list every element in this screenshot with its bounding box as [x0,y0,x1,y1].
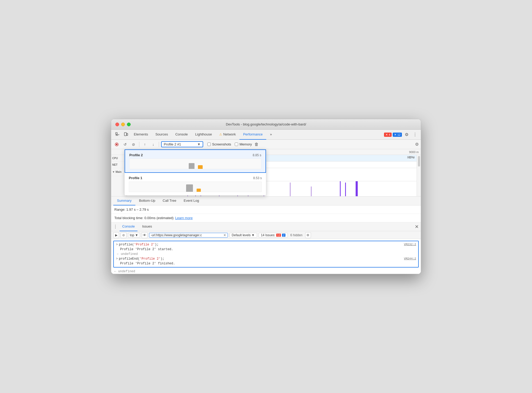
console-settings-button[interactable]: ⚙ [305,232,311,238]
titlebar: DevTools - blog.google/technology/ai/cod… [111,119,421,130]
tab-lighthouse[interactable]: Lighthouse [192,130,216,140]
issues-info-count: 2 [282,234,285,237]
tab-call-tree[interactable]: Call Tree [159,196,180,205]
profile-dropdown[interactable]: Profile 2 #1 ▼ [161,141,203,147]
dropdown-chevron-icon: ▼ [135,233,138,237]
console-arrow-1: > [116,243,118,246]
dropdown-arrow-icon: ▼ [197,142,201,146]
reload-record-button[interactable]: ↺ [122,141,129,148]
checkbox-group: Screenshots Memory [207,142,252,146]
tab-console[interactable]: Console [172,130,192,140]
console-undefined-1: ← undefined [116,252,416,256]
settings-icon[interactable]: ⚙ [403,131,410,138]
levels-chevron-icon: ▼ [252,233,255,237]
performance-settings-icon[interactable]: ⚙ [415,142,419,147]
clear-button[interactable]: ⊘ [130,141,137,148]
tabs-right-area: ✕ 4 ✕ 12 ⚙ ⋮ [384,131,419,138]
separator-1 [139,142,139,147]
console-link-1[interactable]: VM232:2 [404,243,416,246]
devtools-window: DevTools - blog.google/technology/ai/cod… [111,119,421,274]
net-right-label: 800 m [407,156,415,159]
tab-bottom-up[interactable]: Bottom-Up [135,196,159,205]
console-link-2[interactable]: VM244:2 [404,257,416,260]
record-button[interactable] [113,141,120,148]
clear-console-button[interactable]: ⊘ [121,232,126,238]
bottom-tabs-bar: Summary Bottom-Up Call Tree Event Log [111,196,421,205]
profile2-option[interactable]: Profile 2 8.85 s [125,149,266,173]
error-badge[interactable]: ✕ 4 [384,133,392,137]
purple-bar-12 [356,181,358,196]
filter-input[interactable]: -url:https://www.googletagmanager.c ✕ [149,233,228,238]
range-info: Range: 1.97 s – 2.79 s [111,205,421,214]
purple-bar-9 [311,187,311,196]
download-button[interactable]: ↓ [150,141,157,148]
performance-toolbar: ↺ ⊘ ↑ ↓ Profile 2 #1 ▼ Screenshots Memor… [111,140,421,149]
main-tabs-bar: Elements Sources Console Lighthouse ⚠ Ne… [111,130,421,140]
purple-bar-11 [345,183,346,196]
close-console-icon[interactable]: ✕ [415,224,419,229]
upload-button[interactable]: ↑ [141,141,148,148]
console-group-profile2: > profile('Profile 2'); VM232:2 Profile … [113,241,419,268]
screenshots-checkbox[interactable]: Screenshots [207,142,231,146]
window-title: DevTools - blog.google/technology/ai/cod… [226,122,306,126]
svg-rect-3 [124,133,126,136]
console-line-2: Profile 'Profile 2' started. [116,247,416,252]
profile1-chart [129,182,262,192]
issues-error-count: 12 [276,234,281,237]
blocking-info: Total blocking time: 0.00ms (estimated) … [111,214,421,222]
console-tab-console[interactable]: Console [120,222,137,231]
filter-clear-icon[interactable]: ✕ [223,233,226,237]
warn-icon: ⚠ [219,133,222,136]
close-button[interactable] [115,123,119,126]
profile1-option[interactable]: Profile 1 8.53 s [125,173,266,195]
eye-icon: 👁 [143,233,146,237]
issues-count-badge[interactable]: 14 Issues: 12 2 [259,233,288,238]
tab-event-log[interactable]: Event Log [180,196,203,205]
console-line-4: > profileEnd('Profile 2'); VM244:2 [116,256,416,261]
console-output: > profile('Profile 2'); VM232:2 Profile … [111,241,421,274]
purple-bar-10 [340,181,341,196]
learn-more-link[interactable]: Learn more [175,216,192,220]
hidden-count-label: 6 hidden [290,233,303,237]
info-badge[interactable]: ✕ 12 [393,133,402,137]
maximize-button[interactable] [127,123,131,126]
more-options-icon[interactable]: ⋮ [411,131,419,138]
purple-bar-8 [290,183,290,196]
tab-summary[interactable]: Summary [113,196,135,205]
tab-sources[interactable]: Sources [152,130,172,140]
separator-2 [159,142,159,147]
tab-more[interactable]: » [266,130,275,140]
tab-performance[interactable]: Performance [239,130,266,140]
tab-network[interactable]: ⚠ Network [216,130,239,140]
console-line-5: Profile 'Profile 2' finished. [116,261,416,266]
console-tab-issues[interactable]: Issues [140,222,155,231]
memory-checkbox[interactable]: Memory [235,142,252,146]
console-section: ⋮ Console Issues ✕ ▶ ⊘ top ▼ 👁 [111,222,421,274]
traffic-lights [115,123,131,126]
inspector-icon[interactable] [113,130,122,140]
console-line-1: > profile('Profile 2'); VM232:2 [116,242,416,247]
tab-elements[interactable]: Elements [130,130,152,140]
scrollbar-thumb[interactable] [418,156,420,167]
levels-dropdown[interactable]: Default levels ▼ [229,233,257,238]
trash-icon[interactable]: 🗑 [254,142,259,147]
svg-point-6 [116,144,117,145]
svg-rect-0 [116,133,117,134]
console-toolbar: ▶ ⊘ top ▼ 👁 -url:https://www.googletagma… [111,231,421,239]
sidebar-toggle-button[interactable]: ▶ [113,232,119,238]
profile2-chart [129,159,261,169]
eye-button[interactable]: 👁 [142,232,147,238]
console-undefined-outer: ← undefined [111,269,421,274]
scrollbar-area[interactable] [417,155,421,196]
console-header: ⋮ Console Issues ✕ [111,222,421,231]
profile-dropdown-overlay: Profile 2 8.85 s Profile 1 8.53 s [124,149,266,195]
context-dropdown[interactable]: top ▼ [128,233,140,238]
svg-rect-4 [127,133,128,135]
drawer-toggle-icon[interactable]: ⋮ [113,224,117,229]
device-icon[interactable] [122,130,130,140]
devtools-body: Elements Sources Console Lighthouse ⚠ Ne… [111,130,421,274]
minimize-button[interactable] [121,123,125,126]
console-arrow-4: > [116,257,118,261]
